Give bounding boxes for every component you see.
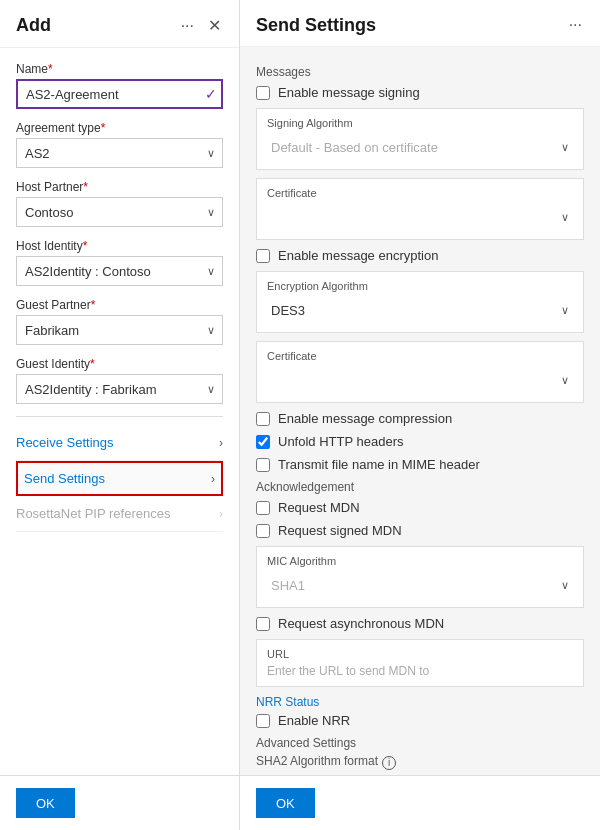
right-body: Messages Enable message signing Signing … [240,47,600,775]
enable-nrr-checkbox-row: Enable NRR [256,713,584,728]
left-close-button[interactable]: ✕ [206,14,223,37]
right-more-button[interactable]: ··· [567,14,584,36]
chevron-right-icon: › [211,472,215,486]
right-footer: OK [240,775,600,830]
enable-signing-checkbox[interactable] [256,86,270,100]
url-label: URL [267,648,573,660]
signing-checkbox-row: Enable message signing [256,85,584,100]
label-host-partner: Host Partner* [16,180,223,194]
encryption-certificate-select[interactable] [267,366,573,394]
encryption-algorithm-section: Encryption Algorithm DES3 ∨ [256,271,584,333]
encryption-checkbox-row: Enable message encryption [256,248,584,263]
request-signed-mdn-checkbox[interactable] [256,524,270,538]
enable-encryption-label: Enable message encryption [278,248,438,263]
advanced-settings-label: Advanced Settings [256,736,584,750]
transmit-filename-label: Transmit file name in MIME header [278,457,480,472]
encryption-certificate-section: Certificate ∨ [256,341,584,403]
select-wrapper-guest-partner: Fabrikam ∨ [16,315,223,345]
label-name: Name* [16,62,223,76]
field-group-guest-partner: Guest Partner* Fabrikam ∨ [16,298,223,345]
nrr-status-label: NRR Status [256,695,584,709]
encryption-algorithm-select[interactable]: DES3 [267,296,573,324]
mic-algorithm-section: MIC Algorithm SHA1 ∨ [256,546,584,608]
divider [16,416,223,417]
left-panel-title: Add [16,15,51,36]
signing-certificate-select-wrapper: ∨ [267,203,573,231]
enable-signing-label: Enable message signing [278,85,420,100]
url-placeholder: Enter the URL to send MDN to [267,664,573,678]
label-host-identity: Host Identity* [16,239,223,253]
unfold-http-checkbox[interactable] [256,435,270,449]
mic-algorithm-select[interactable]: SHA1 [267,571,573,599]
nav-item-send-settings[interactable]: Send Settings › [16,461,223,496]
left-header-icons: ··· ✕ [179,14,223,37]
chevron-right-icon: › [219,507,223,521]
left-ok-button[interactable]: OK [16,788,75,818]
right-panel: Send Settings ··· Messages Enable messag… [240,0,600,830]
label-guest-partner: Guest Partner* [16,298,223,312]
request-mdn-label: Request MDN [278,500,360,515]
left-more-button[interactable]: ··· [179,15,196,37]
request-async-mdn-label: Request asynchronous MDN [278,616,444,631]
signing-algorithm-select-wrapper: Default - Based on certificate ∨ [267,133,573,161]
chevron-right-icon: › [219,436,223,450]
request-mdn-checkbox[interactable] [256,501,270,515]
request-signed-mdn-label: Request signed MDN [278,523,402,538]
sha2-format-row: SHA2 Algorithm format i [256,754,584,772]
encryption-certificate-label: Certificate [267,350,573,362]
name-input[interactable] [16,79,223,109]
enable-compression-checkbox[interactable] [256,412,270,426]
nav-item-receive-settings[interactable]: Receive Settings › [16,425,223,461]
enable-compression-label: Enable message compression [278,411,452,426]
mic-algorithm-label: MIC Algorithm [267,555,573,567]
url-section: URL Enter the URL to send MDN to [256,639,584,687]
agreement-type-select[interactable]: AS2 [16,138,223,168]
left-panel: Add ··· ✕ Name* ✓ Agreement type* AS2 [0,0,240,830]
select-wrapper-host-identity: AS2Identity : Contoso ∨ [16,256,223,286]
unfold-http-checkbox-row: Unfold HTTP headers [256,434,584,449]
guest-identity-select[interactable]: AS2Identity : Fabrikam [16,374,223,404]
field-group-agreement-type: Agreement type* AS2 ∨ [16,121,223,168]
guest-partner-select[interactable]: Fabrikam [16,315,223,345]
signing-algorithm-section: Signing Algorithm Default - Based on cer… [256,108,584,170]
request-async-mdn-checkbox[interactable] [256,617,270,631]
signing-certificate-section: Certificate ∨ [256,178,584,240]
request-signed-mdn-checkbox-row: Request signed MDN [256,523,584,538]
unfold-http-label: Unfold HTTP headers [278,434,404,449]
signing-certificate-label: Certificate [267,187,573,199]
info-icon[interactable]: i [382,756,396,770]
request-async-mdn-checkbox-row: Request asynchronous MDN [256,616,584,631]
field-group-host-partner: Host Partner* Contoso ∨ [16,180,223,227]
right-ok-button[interactable]: OK [256,788,315,818]
encryption-algorithm-select-wrapper: DES3 ∨ [267,296,573,324]
signing-algorithm-select[interactable]: Default - Based on certificate [267,133,573,161]
sha2-format-label: SHA2 Algorithm format [256,754,378,768]
encryption-certificate-select-wrapper: ∨ [267,366,573,394]
select-wrapper-guest-identity: AS2Identity : Fabrikam ∨ [16,374,223,404]
label-guest-identity: Guest Identity* [16,357,223,371]
field-group-guest-identity: Guest Identity* AS2Identity : Fabrikam ∨ [16,357,223,404]
nav-label-receive-settings: Receive Settings [16,435,114,450]
messages-section-label: Messages [256,65,584,79]
select-wrapper-agreement-type: AS2 ∨ [16,138,223,168]
mic-algorithm-select-wrapper: SHA1 ∨ [267,571,573,599]
field-group-host-identity: Host Identity* AS2Identity : Contoso ∨ [16,239,223,286]
enable-encryption-checkbox[interactable] [256,249,270,263]
field-group-name: Name* ✓ [16,62,223,109]
left-footer: OK [0,775,239,830]
enable-nrr-checkbox[interactable] [256,714,270,728]
signing-certificate-select[interactable] [267,203,573,231]
select-wrapper-host-partner: Contoso ∨ [16,197,223,227]
transmit-filename-checkbox[interactable] [256,458,270,472]
encryption-algorithm-label: Encryption Algorithm [267,280,573,292]
compression-checkbox-row: Enable message compression [256,411,584,426]
nav-label-send-settings: Send Settings [24,471,105,486]
request-mdn-checkbox-row: Request MDN [256,500,584,515]
label-agreement-type: Agreement type* [16,121,223,135]
enable-nrr-label: Enable NRR [278,713,350,728]
nav-label-rosettanet: RosettaNet PIP references [16,506,170,521]
input-wrapper-name: ✓ [16,79,223,109]
host-identity-select[interactable]: AS2Identity : Contoso [16,256,223,286]
host-partner-select[interactable]: Contoso [16,197,223,227]
right-header: Send Settings ··· [240,0,600,47]
